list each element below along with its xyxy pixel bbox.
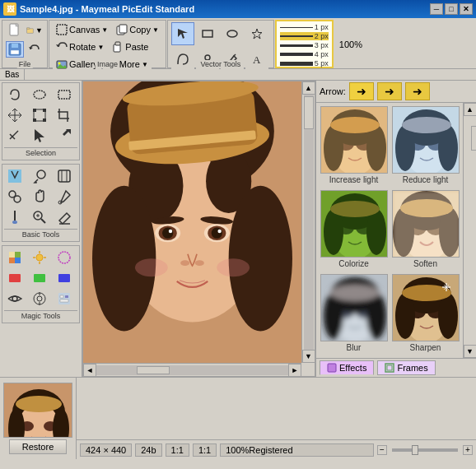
zoom-plus-button[interactable]: + [463, 445, 473, 455]
ellipse-select-tool[interactable] [29, 85, 50, 104]
stamp-tool[interactable] [29, 166, 50, 186]
selection-label: Selection [4, 147, 77, 158]
target-tool[interactable] [29, 289, 50, 309]
restore-tool[interactable] [54, 289, 75, 309]
minimize-button[interactable]: ─ [430, 3, 443, 15]
canvas-scrollbar-h[interactable]: ◄ ► [83, 363, 301, 376]
right-panel-scrollbar[interactable]: ▲ ▼ [463, 103, 476, 358]
effect-sharpen[interactable]: Sharpen [391, 274, 460, 355]
canvas-scrollbar-v[interactable]: ▲ ▼ [301, 81, 315, 363]
arrow-forward-button[interactable]: ➜ [377, 82, 402, 100]
frames-tab[interactable]: Frames [377, 360, 435, 375]
lasso-tool[interactable] [4, 85, 26, 104]
effect-reduce-light[interactable]: Reduce light [391, 106, 460, 187]
tab-bas[interactable]: Bas [0, 69, 25, 80]
adjust-tool[interactable] [54, 166, 75, 186]
rotate-button[interactable]: Rotate ▼ [53, 39, 107, 54]
hand-tool[interactable] [29, 187, 50, 207]
green-channel[interactable] [29, 268, 50, 288]
effects-tab[interactable]: Effects [320, 360, 374, 375]
erase-tool[interactable] [54, 207, 75, 227]
close-button[interactable]: ✕ [460, 3, 473, 15]
brush-tool[interactable] [4, 207, 26, 227]
right-scroll-down[interactable]: ▼ [464, 345, 477, 358]
zoom-tool[interactable] [29, 207, 50, 227]
transform-tool[interactable] [29, 105, 50, 125]
scroll-up-button[interactable]: ▲ [302, 81, 315, 95]
canvas-area[interactable]: ▲ ▼ ◄ ► [82, 81, 315, 377]
paste-button[interactable]: Paste [109, 39, 152, 54]
title-bar-controls[interactable]: ─ □ ✕ [430, 3, 473, 15]
zoom-slider[interactable] [392, 448, 458, 452]
restore-button[interactable]: Restore [9, 439, 67, 454]
scroll-right-button[interactable]: ► [288, 364, 301, 377]
effect-thumb-blur [320, 274, 388, 341]
text-tool-button[interactable]: A [245, 48, 268, 71]
gallery-button[interactable]: Gallery [53, 57, 101, 72]
maximize-button[interactable]: □ [445, 3, 458, 15]
effect-blur[interactable]: Blur [320, 274, 388, 355]
open-file-button[interactable]: ▼ [26, 22, 44, 39]
fill-tool[interactable] [4, 166, 26, 186]
svg-rect-6 [11, 50, 19, 54]
red-channel[interactable] [4, 268, 26, 288]
shape-tool-button[interactable] [171, 48, 194, 71]
eyedropper-tool[interactable] [54, 187, 75, 207]
undo-button[interactable] [26, 41, 44, 58]
crop-tool[interactable] [54, 105, 75, 125]
new-file-button[interactable] [6, 22, 24, 39]
zoom-minus-button[interactable]: − [377, 445, 387, 455]
ratio-status[interactable]: 1:1 [166, 443, 189, 457]
thumbnail-image [4, 383, 72, 438]
scroll-v-track[interactable] [304, 95, 314, 350]
effect-increase-light[interactable]: Increase light [320, 106, 388, 187]
toolbar: ▼ File Canvas ▼ Copy ▼ [0, 18, 476, 69]
brush-4px[interactable]: 4 px [280, 50, 329, 58]
copy-button[interactable]: Copy ▼ [113, 22, 162, 37]
rectangle-tool-button[interactable] [196, 22, 219, 45]
svg-marker-20 [178, 29, 188, 39]
arrow-skip-button[interactable]: ➜ [405, 82, 430, 100]
brush-5px[interactable]: 5 px [280, 59, 329, 67]
color-picker-tool[interactable] [54, 248, 75, 267]
clone-tool[interactable] [4, 187, 26, 207]
brush-size-panel: 1 px 2 px 3 px 4 px 5 px [275, 20, 334, 68]
canvas-button[interactable]: Canvas ▼ [53, 22, 111, 37]
svg-rect-13 [115, 42, 120, 45]
brightness-tool[interactable] [4, 248, 26, 267]
brush-2px[interactable]: 2 px [280, 32, 329, 40]
scroll-down-button[interactable]: ▼ [302, 350, 315, 363]
effect-soften[interactable]: Soften [391, 190, 460, 271]
svg-rect-159 [387, 365, 392, 370]
svg-rect-31 [33, 109, 36, 112]
scroll-left-button[interactable]: ◄ [83, 364, 96, 377]
magic-tools-label: Magic Tools [4, 310, 77, 321]
svg-point-88 [169, 230, 172, 233]
rect-select-tool[interactable] [54, 85, 75, 104]
right-scroll-up[interactable]: ▲ [464, 103, 477, 116]
svg-rect-29 [58, 91, 70, 99]
effect-colorize[interactable]: Colorize [320, 190, 388, 271]
blue-channel[interactable] [54, 268, 75, 288]
move-tool[interactable] [4, 105, 26, 125]
brush-3px[interactable]: 3 px [280, 41, 329, 49]
path-tool[interactable] [4, 126, 26, 146]
basic-tools-section: Basic Tools [2, 164, 80, 242]
save-button[interactable] [6, 41, 24, 58]
star-tool-button[interactable] [245, 22, 268, 45]
title-bar: 🖼 Sample4.jpg - Maymeal PicEdit Standard… [0, 0, 476, 18]
main-image [83, 81, 301, 363]
arrow-tool-button[interactable] [171, 22, 194, 45]
effects-tab-label: Effects [339, 363, 366, 373]
svg-point-92 [217, 230, 221, 233]
sun-tool[interactable] [29, 248, 50, 267]
arrow-right-button[interactable]: ➜ [349, 82, 374, 100]
scroll-h-track[interactable] [96, 365, 288, 375]
ratio2-status[interactable]: 1:1 [193, 443, 217, 457]
ellipse-tool-button[interactable] [221, 22, 244, 45]
pointer-tool[interactable] [29, 126, 50, 146]
eye-tool[interactable] [4, 289, 26, 309]
svg-rect-54 [9, 252, 15, 258]
brush-1px[interactable]: 1 px [280, 23, 329, 31]
select-all-tool[interactable] [54, 126, 75, 146]
